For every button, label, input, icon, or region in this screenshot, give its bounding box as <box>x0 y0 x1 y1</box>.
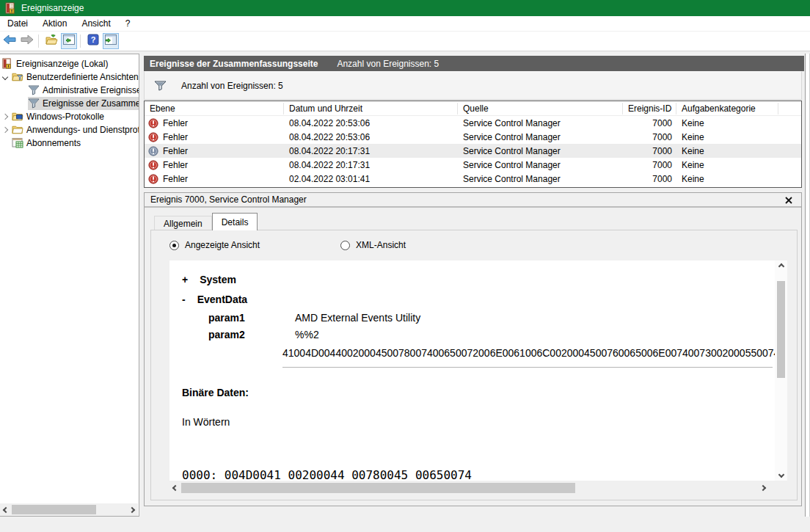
help-button[interactable]: ? <box>85 33 101 49</box>
chevron-expanded-icon[interactable] <box>2 74 8 80</box>
param2-value: %%2 <box>295 329 319 340</box>
event-row-selected[interactable]: Fehler 08.04.2022 20:17:31 Service Contr… <box>145 144 801 158</box>
console-tree-icon <box>63 34 75 48</box>
tree-item-administrative-events[interactable]: Administrative Ereignisse <box>0 84 139 97</box>
event-row[interactable]: Fehler 08.04.2022 20:53:06 Service Contr… <box>145 116 801 130</box>
console-tree-panel: Ereignisanzeige (Lokal) Benutzerdefinier… <box>0 54 139 517</box>
error-icon-muted <box>148 146 158 156</box>
filter-icon <box>28 84 40 96</box>
error-icon <box>148 160 158 170</box>
toolbar: ? <box>0 32 810 51</box>
tree-item-applications-services-logs[interactable]: Anwendungs- und Dienstprotokolle <box>0 123 139 136</box>
error-icon <box>148 174 158 184</box>
scroll-right-button[interactable] <box>757 482 769 495</box>
radio-xml-view[interactable] <box>340 241 350 250</box>
event-row[interactable]: Fehler 08.04.2022 20:17:31 Service Contr… <box>145 158 801 172</box>
details-horizontal-scrollbar[interactable] <box>169 481 769 495</box>
event-row[interactable]: Fehler 02.04.2022 03:01:41 Service Contr… <box>145 172 801 186</box>
app-icon <box>4 2 16 14</box>
tree-selection-highlight: Ereignisse der Zusammenfassungsseite <box>28 97 139 110</box>
action-pane-icon <box>105 34 117 48</box>
scrollbar-thumb[interactable] <box>181 483 575 493</box>
console-tree: Ereignisanzeige (Lokal) Benutzerdefinier… <box>0 57 139 150</box>
events-table: Ebene Datum und Uhrzeit Quelle Ereignis-… <box>144 101 802 188</box>
menu-ansicht[interactable]: Ansicht <box>74 17 117 30</box>
toggle-console-tree-button[interactable] <box>61 33 77 49</box>
workspace: Ereignisanzeige (Lokal) Benutzerdefinier… <box>0 51 810 532</box>
param1-value: AMD External Events Utility <box>295 312 420 324</box>
expander-minus[interactable]: - <box>182 294 186 305</box>
title-bar[interactable]: Ereignisanzeige <box>0 0 810 16</box>
tree-item-event-viewer-local[interactable]: Ereignisanzeige (Lokal) <box>0 57 139 70</box>
binary-dump: 0000: 004D0041 00200044 00780045 0065007… <box>182 442 472 481</box>
binary-hex-value: 41004D0044002000450078007400650072006E00… <box>282 347 775 359</box>
chevron-right-icon <box>129 506 135 512</box>
scrollbar-track[interactable] <box>777 281 785 378</box>
tab-details[interactable]: Details <box>212 213 258 230</box>
help-icon: ? <box>87 34 99 48</box>
close-icon[interactable] <box>784 195 794 205</box>
eventdata-node[interactable]: -EventData <box>182 294 247 305</box>
column-header-datetime[interactable]: Datum und Uhrzeit <box>284 103 458 114</box>
binary-dump-line: 0000: 004D0041 00200044 00780045 0065007… <box>182 469 472 481</box>
chevron-left-icon <box>3 506 9 512</box>
event-viewer-window: Ereignisanzeige Datei Aktion Ansicht ? <box>0 0 810 532</box>
param1-name: param1 <box>208 312 245 324</box>
details-vertical-scrollbar[interactable] <box>775 260 787 481</box>
column-header-source[interactable]: Quelle <box>458 103 623 114</box>
error-icon <box>148 132 158 142</box>
event-row[interactable]: Fehler 08.04.2022 20:53:06 Service Contr… <box>145 130 801 144</box>
hex-value-divider <box>282 367 773 368</box>
scroll-right-button[interactable] <box>126 503 138 516</box>
scroll-up-button[interactable] <box>775 260 787 272</box>
folder-filter-icon <box>12 71 23 83</box>
radio-friendly-view[interactable] <box>169 241 179 250</box>
scrollbar-thumb[interactable] <box>12 505 96 514</box>
column-header-event-id[interactable]: Ereignis-ID <box>623 103 676 114</box>
menu-aktion[interactable]: Aktion <box>35 17 74 30</box>
chevron-collapsed-icon[interactable] <box>2 114 8 120</box>
details-header: Ereignis 7000, Service Control Manager <box>145 193 801 208</box>
open-folder-icon <box>45 34 58 48</box>
error-icon <box>148 118 158 128</box>
tree-item-summary-page-events[interactable]: Ereignisse der Zusammenfassungsseite <box>0 97 139 110</box>
open-saved-log-button[interactable] <box>43 33 59 49</box>
chevron-down-icon <box>778 472 784 478</box>
event-viewer-icon <box>1 58 13 70</box>
filter-count-label: Anzahl von Ereignissen: 5 <box>181 81 283 91</box>
scroll-left-button[interactable] <box>169 482 181 495</box>
column-header-category[interactable]: Aufgabenkategorie <box>676 103 778 114</box>
view-mode-radios: Angezeigte Ansicht XML-Ansicht <box>151 238 797 252</box>
system-node[interactable]: +System <box>182 274 236 285</box>
chevron-collapsed-icon[interactable] <box>2 127 8 133</box>
details-content: +System -EventData param1 AMD External E… <box>169 260 775 481</box>
menu-datei[interactable]: Datei <box>0 17 35 30</box>
menu-help[interactable]: ? <box>118 17 138 30</box>
folder-logs-icon <box>12 111 23 123</box>
back-button[interactable] <box>1 33 18 49</box>
folder-apps-icon <box>12 124 23 136</box>
tree-item-windows-logs[interactable]: Windows-Protokolle <box>0 110 139 123</box>
tree-item-subscriptions[interactable]: Abonnements <box>0 136 139 150</box>
scrollbar-thumb[interactable] <box>777 281 785 378</box>
scroll-left-button[interactable] <box>0 503 12 516</box>
binary-data-heading: Binäre Daten: <box>182 387 249 398</box>
details-tabs: Allgemein Details <box>154 213 258 230</box>
tree-item-custom-views[interactable]: Benutzerdefinierte Ansichten <box>0 70 139 84</box>
chevron-right-icon <box>760 485 766 491</box>
expander-plus[interactable]: + <box>182 274 188 285</box>
tab-allgemein[interactable]: Allgemein <box>154 216 212 230</box>
scroll-down-button[interactable] <box>775 469 787 481</box>
summary-panel-header: Ereignisse der Zusammenfassungsseite Anz… <box>144 56 804 71</box>
toggle-action-pane-button[interactable] <box>103 33 119 49</box>
action-pane-edge <box>805 54 810 517</box>
toolbar-separator <box>38 34 39 48</box>
radio-xml-view-label[interactable]: XML-Ansicht <box>356 240 406 250</box>
radio-friendly-view-label[interactable]: Angezeigte Ansicht <box>185 240 260 250</box>
filter-row: Anzahl von Ereignissen: 5 <box>144 71 802 100</box>
tree-horizontal-scrollbar[interactable] <box>0 503 138 516</box>
chevron-left-icon <box>172 485 178 491</box>
forward-button[interactable] <box>19 33 35 49</box>
details-title: Ereignis 7000, Service Control Manager <box>150 194 307 205</box>
column-header-level[interactable]: Ebene <box>145 103 284 114</box>
